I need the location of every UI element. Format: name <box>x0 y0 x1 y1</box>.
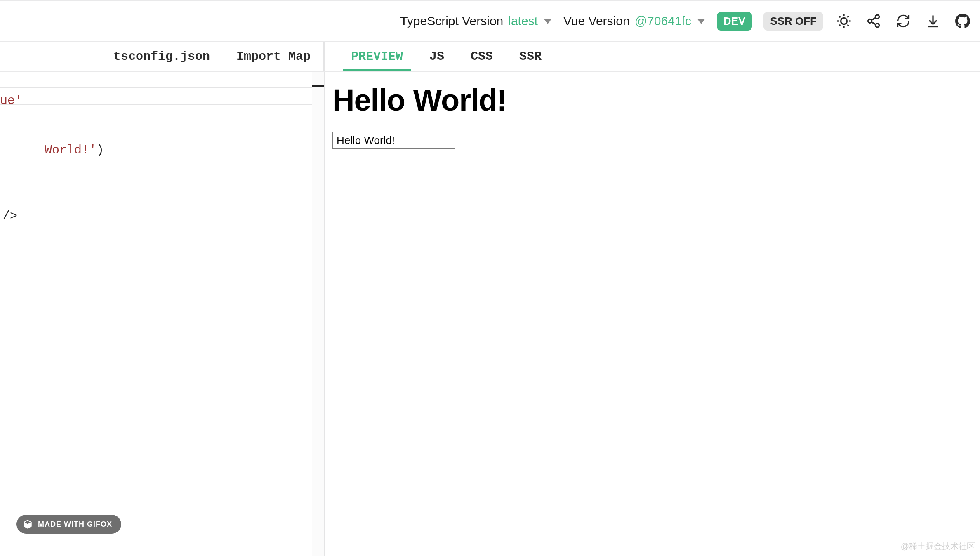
code-fragment: /> <box>2 208 17 224</box>
tab-import-map[interactable]: Import Map <box>223 42 324 71</box>
svg-point-10 <box>868 19 872 23</box>
typescript-version-select[interactable]: TypeScript Version latest <box>400 14 552 28</box>
chevron-down-icon[interactable] <box>544 19 552 24</box>
download-icon[interactable] <box>924 12 942 30</box>
tab-js[interactable]: JS <box>416 42 457 71</box>
top-header: TypeScript Version latest Vue Version @7… <box>0 0 980 42</box>
typescript-version-label: TypeScript Version <box>400 14 503 28</box>
tab-preview[interactable]: PREVIEW <box>338 42 416 71</box>
vue-version-select[interactable]: Vue Version @70641fc <box>563 14 705 28</box>
chevron-down-icon[interactable] <box>697 19 705 24</box>
vue-version-label: Vue Version <box>563 14 630 28</box>
typescript-version-value: latest <box>508 14 538 28</box>
svg-line-8 <box>848 16 849 17</box>
community-watermark: @稀土掘金技术社区 <box>901 541 975 552</box>
theme-icon[interactable] <box>835 12 853 30</box>
svg-line-7 <box>839 25 840 26</box>
body-split: ue' World!') /> Hello World! @稀土掘金技术社区 <box>0 72 980 556</box>
editor-tabs: tsconfig.json Import Map <box>0 42 324 71</box>
svg-point-9 <box>876 15 879 19</box>
svg-line-13 <box>872 22 876 24</box>
preview-heading: Hello World! <box>332 82 973 118</box>
ssr-toggle-button[interactable]: SSR OFF <box>763 12 823 31</box>
svg-line-12 <box>872 18 876 20</box>
svg-point-11 <box>876 24 879 27</box>
preview-text-input[interactable] <box>332 132 455 149</box>
preview-pane: Hello World! @稀土掘金技术社区 <box>325 72 980 556</box>
code-fragment: ue' <box>0 92 22 109</box>
pane-divider[interactable] <box>323 42 325 71</box>
svg-line-3 <box>839 16 840 17</box>
tab-bar: tsconfig.json Import Map PREVIEW JS CSS … <box>0 42 980 72</box>
editor-minimap[interactable] <box>312 72 324 556</box>
tab-css[interactable]: CSS <box>457 42 506 71</box>
svg-point-0 <box>841 18 847 24</box>
tab-tsconfig[interactable]: tsconfig.json <box>100 42 223 71</box>
code-fragment: World!') <box>0 125 104 175</box>
share-icon[interactable] <box>865 12 883 30</box>
gifox-logo-icon <box>22 519 33 530</box>
github-icon[interactable] <box>954 12 972 30</box>
vue-version-value: @70641fc <box>635 14 691 28</box>
tab-ssr[interactable]: SSR <box>506 42 555 71</box>
gifox-badge[interactable]: MADE WITH GIFOX <box>16 515 121 534</box>
code-editor[interactable]: ue' World!') /> <box>0 72 324 556</box>
dev-toggle-button[interactable]: DEV <box>717 12 752 31</box>
output-tabs: PREVIEW JS CSS SSR <box>324 42 980 71</box>
gifox-badge-label: MADE WITH GIFOX <box>38 520 112 529</box>
svg-line-4 <box>848 25 849 26</box>
reload-icon[interactable] <box>894 12 912 30</box>
